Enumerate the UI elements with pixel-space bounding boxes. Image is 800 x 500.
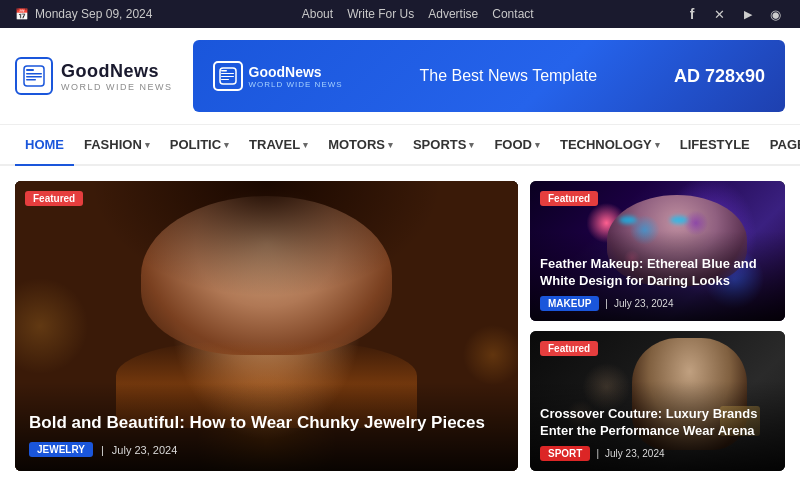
makeup-card-meta: MAKEUP | July 23, 2024 [540, 296, 775, 311]
sport-card-overlay: Crossover Couture: Luxury Brands Enter t… [530, 381, 785, 471]
ad-banner: GoodNews WORLD WIDE NEWS The Best News T… [193, 40, 786, 112]
featured-card-makeup[interactable]: Featured Feather Makeup: Ethereal Blue a… [530, 181, 785, 321]
featured-main-tag[interactable]: JEWELRY [29, 442, 93, 457]
makeup-date: July 23, 2024 [614, 298, 674, 309]
ad-logo-text: GoodNews WORLD WIDE NEWS [249, 64, 343, 89]
sports-chevron: ▾ [469, 140, 474, 150]
featured-card-sport[interactable]: Featured Crossover Couture: Luxury Brand… [530, 331, 785, 471]
makeup-card-overlay: Feather Makeup: Ethereal Blue and White … [530, 231, 785, 321]
nav-home[interactable]: HOME [15, 125, 74, 166]
svg-rect-9 [221, 79, 229, 80]
facebook-icon[interactable]: f [683, 5, 701, 23]
topnav-advertise[interactable]: Advertise [428, 7, 478, 21]
logo-text: GoodNews WORLD WIDE NEWS [61, 61, 173, 92]
top-bar-date: Monday Sep 09, 2024 [35, 7, 152, 21]
svg-rect-3 [26, 76, 42, 78]
nav-travel[interactable]: TRAVEL ▾ [239, 125, 318, 164]
featured-main-meta: JEWELRY | July 23, 2024 [29, 442, 504, 457]
motors-chevron: ▾ [388, 140, 393, 150]
technology-chevron: ▾ [655, 140, 660, 150]
sport-date: July 23, 2024 [605, 448, 665, 459]
social-icons: f ✕ ▶ ◉ [683, 5, 785, 23]
logo-icon [15, 57, 53, 95]
ad-tagline: The Best News Template [357, 67, 660, 85]
sport-tag[interactable]: SPORT [540, 446, 590, 461]
featured-right-column: Featured Feather Makeup: Ethereal Blue a… [530, 181, 785, 471]
nav-motors[interactable]: MOTORS ▾ [318, 125, 403, 164]
top-bar-nav: About Write For Us Advertise Contact [302, 7, 534, 21]
politic-chevron: ▾ [224, 140, 229, 150]
nav-sports[interactable]: SPORTS ▾ [403, 125, 484, 164]
nav-politic[interactable]: POLITIC ▾ [160, 125, 239, 164]
ad-logo-icon [213, 61, 243, 91]
makeup-card-title: Feather Makeup: Ethereal Blue and White … [540, 256, 775, 290]
svg-rect-1 [26, 69, 34, 71]
featured-main-card[interactable]: Featured Bold and Beautiful: How to Wear… [15, 181, 518, 471]
logo-sub: WORLD WIDE NEWS [61, 82, 173, 92]
ad-label: AD 728x90 [674, 66, 765, 87]
topnav-write[interactable]: Write For Us [347, 7, 414, 21]
travel-chevron: ▾ [303, 140, 308, 150]
svg-rect-2 [26, 73, 42, 75]
nav-items: HOME FASHION ▾ POLITIC ▾ TRAVEL ▾ MOTORS… [15, 125, 800, 164]
fashion-chevron: ▾ [145, 140, 150, 150]
ad-site-sub: WORLD WIDE NEWS [249, 80, 343, 89]
svg-rect-7 [221, 73, 234, 74]
header: GoodNews WORLD WIDE NEWS GoodNews WORLD … [0, 28, 800, 125]
main-nav: HOME FASHION ▾ POLITIC ▾ TRAVEL ▾ MOTORS… [0, 125, 800, 166]
sport-card-meta: SPORT | July 23, 2024 [540, 446, 775, 461]
featured-badge-main: Featured [25, 191, 83, 206]
makeup-tag[interactable]: MAKEUP [540, 296, 599, 311]
food-chevron: ▾ [535, 140, 540, 150]
top-bar: 📅 Monday Sep 09, 2024 About Write For Us… [0, 0, 800, 28]
nav-technology[interactable]: TECHNOLOGY ▾ [550, 125, 670, 164]
sport-card-title: Crossover Couture: Luxury Brands Enter t… [540, 406, 775, 440]
x-twitter-icon[interactable]: ✕ [711, 5, 729, 23]
topnav-about[interactable]: About [302, 7, 333, 21]
instagram-icon[interactable]: ◉ [767, 5, 785, 23]
featured-main-overlay: Bold and Beautiful: How to Wear Chunky J… [15, 382, 518, 471]
topnav-contact[interactable]: Contact [492, 7, 533, 21]
ad-site-name: GoodNews [249, 64, 343, 80]
featured-main-date: July 23, 2024 [112, 444, 177, 456]
svg-rect-6 [221, 70, 227, 72]
youtube-icon[interactable]: ▶ [739, 5, 757, 23]
featured-badge-makeup: Featured [540, 191, 598, 206]
ad-logo: GoodNews WORLD WIDE NEWS [213, 61, 343, 91]
featured-main-title: Bold and Beautiful: How to Wear Chunky J… [29, 412, 504, 434]
calendar-icon: 📅 [15, 8, 29, 21]
logo-name: GoodNews [61, 61, 173, 82]
featured-badge-sport: Featured [540, 341, 598, 356]
logo[interactable]: GoodNews WORLD WIDE NEWS [15, 57, 173, 95]
top-bar-date-area: 📅 Monday Sep 09, 2024 [15, 7, 152, 21]
svg-rect-8 [221, 76, 234, 77]
nav-food[interactable]: FOOD ▾ [484, 125, 550, 164]
content-area: Featured Bold and Beautiful: How to Wear… [0, 166, 800, 486]
svg-rect-4 [26, 79, 36, 81]
nav-pages[interactable]: PAGES ▾ [760, 125, 800, 164]
nav-fashion[interactable]: FASHION ▾ [74, 125, 160, 164]
nav-lifestyle[interactable]: LIFESTYLE [670, 125, 760, 164]
